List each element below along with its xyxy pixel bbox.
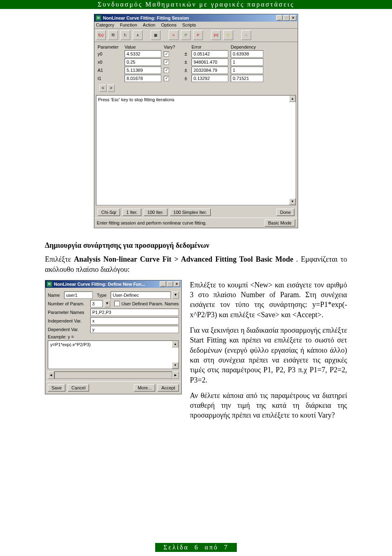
minimize-button[interactable]: _ bbox=[276, 15, 283, 21]
header-title: Συνδυασμός Μαθηματικών με γραφικές παρασ… bbox=[98, 1, 294, 8]
window-title: NonLinear Curve Fitting: Fitting Session bbox=[103, 16, 189, 20]
dep-input[interactable]: y bbox=[90, 326, 179, 333]
save-button[interactable]: Save bbox=[48, 384, 65, 391]
type-label: Type bbox=[97, 293, 109, 298]
toolbar-btn-4[interactable]: ∧ bbox=[133, 30, 143, 40]
formula-text: y=P1*exp(-x^P2/P3) bbox=[50, 342, 91, 347]
scroll-down-button[interactable]: ▾ bbox=[289, 198, 296, 205]
toolbar-btn-11[interactable]: ∴ bbox=[241, 30, 251, 40]
menu-category[interactable]: Category bbox=[96, 22, 114, 27]
name-label: Name bbox=[48, 293, 62, 298]
type-dropdown-icon[interactable]: ▼ bbox=[172, 291, 179, 299]
chi-sqr-button[interactable]: Chi-Sqr bbox=[98, 209, 120, 216]
value-input[interactable]: 8.01678 bbox=[125, 75, 161, 82]
param-row-x0: x0 0.25 ✓ ± 948061.470 1 bbox=[98, 58, 294, 66]
simplex-iter-button[interactable]: 100 Simplex Iter. bbox=[170, 209, 211, 216]
dialog-fitting-session: N NonLinear Curve Fitting: Fitting Sessi… bbox=[94, 14, 298, 228]
userdef-checkbox[interactable] bbox=[114, 301, 120, 306]
paragraph-r2: Για να ξεκινήσει η διαδικασία προσαρμογή… bbox=[190, 325, 347, 385]
vary-checkbox[interactable]: ✓ bbox=[164, 51, 169, 57]
toolbar-btn-2[interactable]: fθ bbox=[108, 30, 118, 40]
formula-input[interactable]: y=P1*exp(-x^P2/P3) ▴ ▾ bbox=[48, 340, 179, 369]
vary-checkbox[interactable]: ✓ bbox=[164, 60, 169, 65]
status-text: Enter fitting session and perform nonlin… bbox=[97, 220, 207, 225]
accept-button[interactable]: Accept bbox=[158, 384, 179, 391]
menu-action[interactable]: Action bbox=[143, 22, 156, 27]
titlebar[interactable]: N NonLinear Curve Fitting: Fitting Sessi… bbox=[94, 14, 298, 22]
dependency-field: 1 bbox=[231, 58, 263, 66]
page-content: N NonLinear Curve Fitting: Fitting Sessi… bbox=[0, 14, 392, 451]
action-button-row: Chi-Sqr 1 Iter. 100 Iter. 100 Simplex It… bbox=[94, 207, 298, 218]
hscroll-track[interactable] bbox=[54, 371, 172, 379]
dependency-field: 0.63938 bbox=[231, 50, 263, 58]
vary-checkbox[interactable]: ✓ bbox=[164, 76, 169, 81]
cancel-button[interactable]: Cancel bbox=[68, 384, 89, 391]
hscroll-left-button[interactable]: ◂ bbox=[48, 371, 54, 379]
toolbar-btn-7[interactable]: P bbox=[181, 30, 191, 40]
next-button[interactable]: > bbox=[107, 85, 115, 92]
col-vary: Vary? bbox=[164, 44, 180, 49]
prev-button[interactable]: < bbox=[99, 85, 107, 92]
plus-minus-icon: ± bbox=[183, 59, 189, 65]
value-input[interactable]: 4.5332 bbox=[125, 50, 161, 58]
param-row-t1: t1 8.01678 ✓ ± 0.13292 0.71521 bbox=[98, 75, 294, 82]
error-field: 0.13292 bbox=[192, 75, 228, 82]
more-button[interactable]: More... bbox=[134, 384, 155, 391]
dep-label: Dependent Var. bbox=[48, 327, 89, 332]
error-field: 0.05142 bbox=[192, 50, 228, 58]
app-icon: N bbox=[47, 281, 52, 287]
paramnames-input[interactable]: P1,P2,P3 bbox=[90, 309, 179, 316]
param-name: x0 bbox=[98, 60, 122, 64]
basic-mode-button[interactable]: Basic Mode bbox=[265, 219, 295, 227]
toolbar-btn-1[interactable]: f(x) bbox=[96, 30, 106, 40]
minimize-button[interactable]: _ bbox=[160, 281, 166, 287]
window-title: NonLinear Curve Fitting: Define New Fun.… bbox=[54, 282, 145, 287]
dialog-define-new-function: N NonLinear Curve Fitting: Define New Fu… bbox=[45, 280, 182, 394]
toolbar-btn-6[interactable]: ≡ bbox=[169, 30, 178, 40]
close-button[interactable]: × bbox=[174, 281, 180, 287]
parameter-panel: Parameter Value Vary? Error Dependency y… bbox=[94, 42, 298, 95]
name-input[interactable]: user1 bbox=[64, 291, 93, 299]
userdef-label: User Defined Param. Names bbox=[121, 301, 179, 306]
footer-label-a: Σελίδα bbox=[163, 544, 189, 551]
titlebar[interactable]: N NonLinear Curve Fitting: Define New Fu… bbox=[45, 280, 181, 288]
col-dependency: Dependency bbox=[231, 44, 263, 49]
footer: Σελίδα 6 από 7 bbox=[0, 543, 392, 552]
value-input[interactable]: 0.25 bbox=[125, 58, 161, 66]
hscroll-right-button[interactable]: ▸ bbox=[172, 371, 179, 379]
toolbar-btn-9[interactable]: |H| bbox=[211, 30, 221, 40]
menu-function[interactable]: Function bbox=[120, 22, 137, 27]
toolbar-btn-10[interactable]: P bbox=[223, 30, 233, 40]
done-button[interactable]: Done bbox=[276, 209, 294, 216]
p1-text-a: Επιλέξτε bbox=[45, 255, 74, 263]
menu-options[interactable]: Options bbox=[161, 22, 176, 27]
scroll-up-button[interactable]: ▴ bbox=[289, 96, 296, 102]
indep-input[interactable]: x bbox=[90, 317, 179, 325]
numparam-select[interactable]: 3 bbox=[90, 300, 102, 307]
plus-minus-icon: ± bbox=[183, 67, 189, 73]
close-button[interactable]: × bbox=[290, 15, 296, 21]
value-input[interactable]: 5.11389 bbox=[125, 67, 161, 74]
param-row-y0: y0 4.5332 ✓ ± 0.05142 0.63938 bbox=[98, 50, 294, 58]
toolbar: f(x) fθ f↕ ∧ ▦ ≡ P P |H| P ∴ bbox=[94, 29, 298, 42]
type-select[interactable]: User-Definec bbox=[111, 291, 171, 299]
vary-checkbox[interactable]: ✓ bbox=[164, 68, 169, 73]
hundred-iter-button[interactable]: 100 Iter. bbox=[144, 209, 167, 216]
scroll-up-button[interactable]: ▴ bbox=[172, 341, 178, 347]
dependency-field: 1 bbox=[231, 67, 263, 74]
footer-page: 6 bbox=[194, 544, 199, 551]
scroll-down-button[interactable]: ▾ bbox=[172, 362, 178, 369]
toolbar-btn-5[interactable]: ▦ bbox=[151, 30, 160, 40]
log-output: Press 'Esc' key to stop fitting iteratio… bbox=[96, 95, 296, 205]
one-iter-button[interactable]: 1 Iter. bbox=[122, 209, 141, 216]
two-column-layout: N NonLinear Curve Fitting: Define New Fu… bbox=[45, 280, 347, 426]
numparam-dropdown-icon[interactable]: ▼ bbox=[104, 300, 111, 307]
toolbar-btn-3[interactable]: f↕ bbox=[120, 30, 130, 40]
toolbar-btn-8[interactable]: P bbox=[193, 30, 203, 40]
plus-minus-icon: ± bbox=[183, 51, 189, 57]
maximize-button[interactable]: □ bbox=[167, 281, 173, 287]
col-error: Error bbox=[192, 44, 228, 49]
menu-scripts[interactable]: Scripts bbox=[182, 22, 196, 27]
maximize-button[interactable]: □ bbox=[283, 15, 290, 21]
menubar: Category Function Action Options Scripts bbox=[94, 22, 298, 29]
